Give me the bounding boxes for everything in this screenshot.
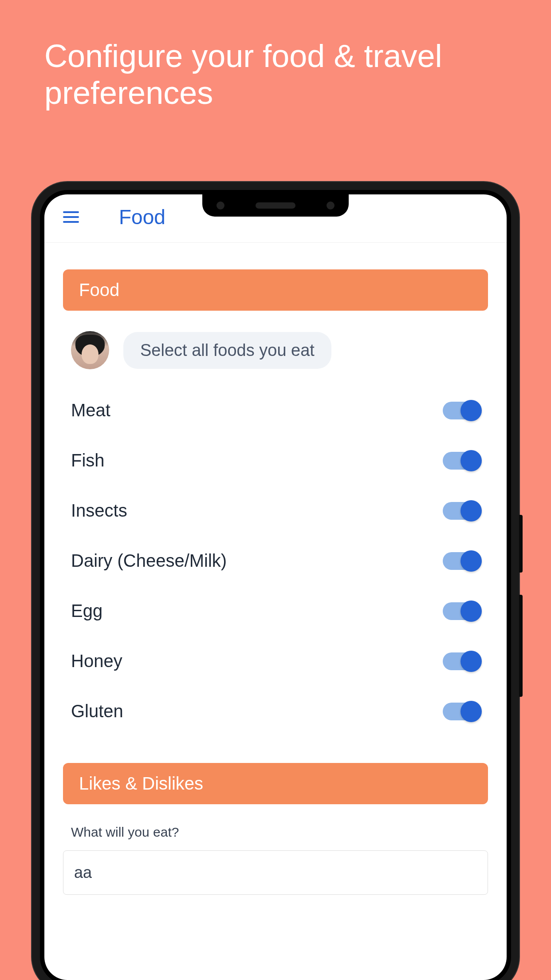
toggle-label: Honey: [71, 651, 122, 671]
toggle-egg[interactable]: [443, 602, 480, 620]
toggle-fish[interactable]: [443, 452, 480, 470]
side-button: [519, 515, 523, 573]
page-title: Food: [119, 205, 165, 229]
toggle-dairy[interactable]: [443, 552, 480, 570]
toggle-honey[interactable]: [443, 652, 480, 670]
toggle-row-honey: Honey: [63, 636, 488, 686]
toggle-row-meat: Meat: [63, 385, 488, 435]
toggle-meat[interactable]: [443, 402, 480, 419]
app-screen: Food Food Select all foods you eat Meat …: [44, 194, 507, 980]
toggle-row-insects: Insects: [63, 486, 488, 536]
food-eat-input[interactable]: aa: [63, 850, 488, 895]
toggle-label: Gluten: [71, 701, 123, 721]
prompt-bubble: Select all foods you eat: [123, 332, 331, 369]
toggle-insects[interactable]: [443, 502, 480, 520]
toggle-label: Meat: [71, 400, 110, 420]
side-button: [519, 595, 523, 697]
phone-notch: [202, 194, 349, 217]
avatar: [71, 331, 109, 369]
toggle-label: Fish: [71, 450, 105, 470]
toggle-row-egg: Egg: [63, 586, 488, 636]
assistant-prompt: Select all foods you eat: [63, 331, 488, 369]
toggle-label: Dairy (Cheese/Milk): [71, 551, 227, 571]
toggle-row-fish: Fish: [63, 435, 488, 486]
toggle-label: Insects: [71, 501, 127, 521]
phone-frame: Food Food Select all foods you eat Meat …: [32, 182, 519, 980]
menu-icon[interactable]: [63, 209, 79, 225]
toggle-gluten[interactable]: [443, 703, 480, 720]
section-header-food: Food: [63, 269, 488, 311]
toggle-row-dairy: Dairy (Cheese/Milk): [63, 536, 488, 586]
toggle-row-gluten: Gluten: [63, 686, 488, 736]
section-header-likes: Likes & Dislikes: [63, 763, 488, 804]
question-label: What will you eat?: [63, 825, 488, 850]
promo-headline: Configure your food & travel preferences: [44, 38, 507, 111]
toggle-label: Egg: [71, 601, 102, 621]
